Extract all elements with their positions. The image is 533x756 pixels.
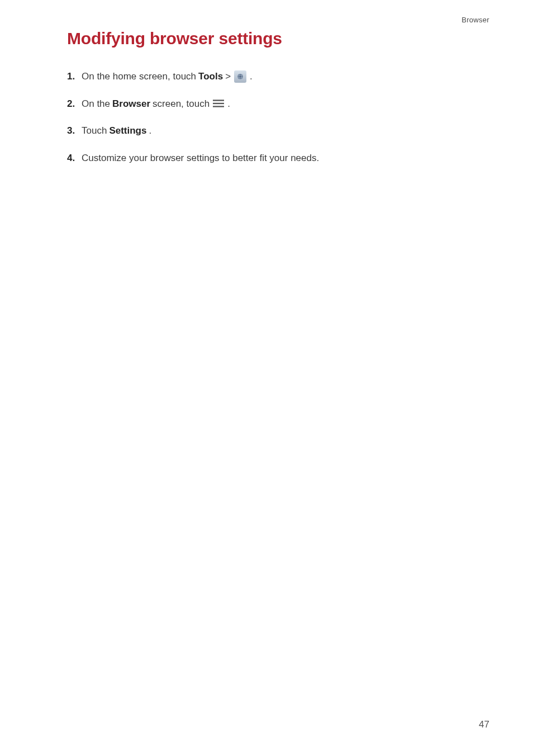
page-header-breadcrumb: Browser — [461, 16, 489, 24]
text-fragment: . — [149, 124, 151, 138]
text-fragment: . — [227, 97, 230, 111]
step-2: 2. On the Browser screen, touch . — [67, 97, 489, 111]
browser-globe-icon — [234, 70, 246, 83]
step-list: 1. On the home screen, touch Tools > . — [67, 69, 489, 165]
step-3: 3. Touch Settings . — [67, 124, 489, 138]
text-fragment: . — [250, 69, 253, 84]
page-number: 47 — [479, 719, 489, 730]
step-number: 1. — [67, 69, 78, 84]
text-fragment: screen, touch — [153, 97, 210, 111]
text-fragment: On the — [82, 97, 110, 111]
step-text: On the home screen, touch Tools > . — [82, 69, 253, 84]
page-heading: Modifying browser settings — [67, 29, 489, 48]
content-area: Modifying browser settings 1. On the hom… — [0, 0, 533, 165]
settings-label: Settings — [109, 124, 146, 138]
step-text: On the Browser screen, touch . — [82, 97, 230, 111]
step-number: 3. — [67, 124, 78, 138]
browser-label: Browser — [112, 97, 150, 111]
svg-rect-5 — [213, 103, 224, 104]
text-fragment: Touch — [82, 124, 107, 138]
svg-rect-4 — [213, 100, 224, 101]
step-4: 4. Customize your browser settings to be… — [67, 151, 489, 166]
text-fragment: > — [225, 69, 231, 84]
step-text: Touch Settings . — [82, 124, 151, 138]
tools-label: Tools — [198, 69, 223, 84]
step-text: Customize your browser settings to bette… — [82, 151, 319, 166]
step-1: 1. On the home screen, touch Tools > . — [67, 69, 489, 84]
svg-rect-6 — [213, 106, 224, 107]
hamburger-menu-icon — [213, 99, 224, 108]
step-number: 4. — [67, 151, 78, 166]
text-fragment: On the home screen, touch — [82, 69, 196, 84]
step-number: 2. — [67, 97, 78, 111]
text-fragment: Customize your browser settings to bette… — [82, 151, 319, 166]
